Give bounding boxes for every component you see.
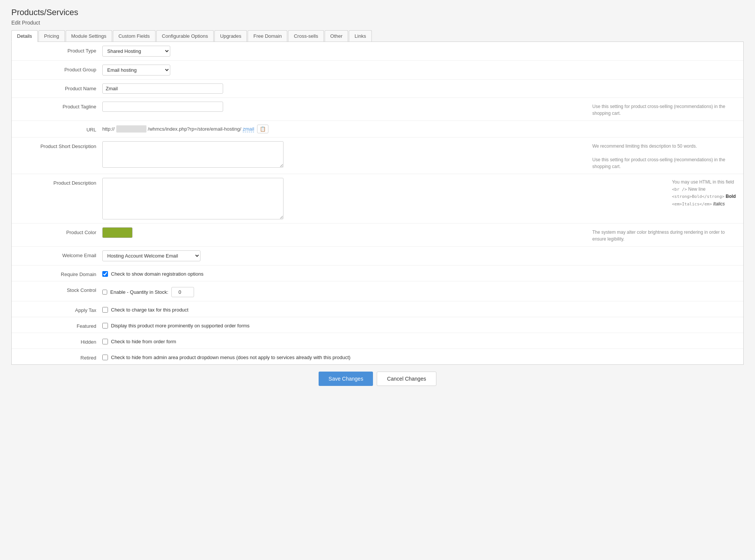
url-label: URL [19, 125, 102, 133]
stock-control-text: Enable - Quantity in Stock: [110, 289, 168, 295]
apply-tax-text: Check to charge tax for this product [111, 307, 188, 313]
require-domain-checkbox-row: Check to show domain registration option… [102, 269, 203, 277]
welcome-email-control: Hosting Account Welcome Email None [102, 250, 736, 261]
short-desc-row: Product Short Description We recommend l… [12, 137, 743, 174]
product-type-label: Product Type [19, 46, 102, 54]
tab-custom-fields[interactable]: Custom Fields [113, 30, 156, 42]
tab-links[interactable]: Links [349, 30, 371, 42]
url-slug[interactable]: zmail [243, 126, 254, 132]
url-container: http:// /whmcs/index.php?rp=/store/email… [102, 125, 268, 133]
product-name-label: Product Name [19, 83, 102, 91]
welcome-email-label: Welcome Email [19, 250, 102, 258]
bottom-bar: Save Changes Cancel Changes [11, 365, 744, 393]
retired-row: Retired Check to hide from admin area pr… [12, 349, 743, 364]
desc-hint-line1: You may use HTML in this field [672, 179, 734, 185]
product-name-control [102, 83, 736, 94]
retired-checkbox[interactable] [102, 355, 108, 360]
tagline-hint: Use this setting for product cross-selli… [592, 102, 736, 117]
tab-free-domain[interactable]: Free Domain [248, 30, 287, 42]
require-domain-row: Require Domain Check to show domain regi… [12, 265, 743, 281]
hidden-checkbox-row: Check to hide from order form [102, 337, 176, 344]
tab-cross-sells[interactable]: Cross-sells [288, 30, 324, 42]
featured-checkbox-row: Display this product more prominently on… [102, 321, 250, 329]
tab-other[interactable]: Other [325, 30, 348, 42]
product-desc-textarea[interactable] [102, 178, 284, 219]
product-group-label: Product Group [19, 65, 102, 73]
url-static: http:// [102, 126, 115, 132]
desc-hint-br: <br /> [672, 187, 687, 192]
tab-pricing[interactable]: Pricing [39, 30, 65, 42]
product-type-row: Product Type Shared Hosting Reseller Hos… [12, 42, 743, 61]
url-copy-button[interactable]: 📋 [257, 125, 268, 133]
page-subtitle: Edit Product [11, 20, 744, 26]
tab-upgrades[interactable]: Upgrades [214, 30, 247, 42]
product-desc-label: Product Description [19, 178, 102, 186]
product-color-hint: The system may alter color brightness du… [592, 227, 736, 242]
details-panel: Product Type Shared Hosting Reseller Hos… [11, 42, 744, 365]
short-desc-hint2: Use this setting for product cross-selli… [592, 157, 725, 169]
product-color-row: Product Color The system may alter color… [12, 224, 743, 247]
product-group-control: Email hosting Web Hosting Reseller Hosti… [102, 65, 736, 76]
product-name-row: Product Name [12, 80, 743, 98]
short-desc-hint1: We recommend limiting this description t… [592, 143, 697, 149]
retired-control: Check to hide from admin area product dr… [102, 353, 736, 360]
product-tagline-control [102, 102, 585, 112]
tab-module-settings[interactable]: Module Settings [66, 30, 112, 42]
featured-control: Display this product more prominently on… [102, 321, 736, 329]
stock-control-control: Enable - Quantity in Stock: [102, 285, 736, 297]
hidden-checkbox[interactable] [102, 339, 108, 344]
product-type-control: Shared Hosting Reseller Hosting VPS Dedi… [102, 46, 736, 57]
stock-control-label: Stock Control [19, 285, 102, 293]
require-domain-checkbox[interactable] [102, 271, 108, 277]
featured-label: Featured [19, 321, 102, 329]
require-domain-label: Require Domain [19, 269, 102, 277]
product-name-input[interactable] [102, 83, 223, 94]
url-control: http:// /whmcs/index.php?rp=/store/email… [102, 125, 736, 133]
require-domain-text: Check to show domain registration option… [111, 271, 203, 277]
product-type-select[interactable]: Shared Hosting Reseller Hosting VPS Dedi… [102, 46, 170, 57]
url-row: URL http:// /whmcs/index.php?rp=/store/e… [12, 121, 743, 137]
short-desc-textarea[interactable] [102, 141, 284, 168]
product-tagline-input[interactable] [102, 102, 223, 112]
product-color-control [102, 227, 585, 238]
product-group-select[interactable]: Email hosting Web Hosting Reseller Hosti… [102, 65, 170, 76]
desc-hint-em: <em>Italics</em> [672, 202, 712, 207]
stock-control-row: Stock Control Enable - Quantity in Stock… [12, 281, 743, 301]
color-swatch[interactable] [102, 227, 133, 238]
apply-tax-row: Apply Tax Check to charge tax for this p… [12, 301, 743, 317]
cancel-button[interactable]: Cancel Changes [377, 372, 436, 386]
product-desc-row: Product Description You may use HTML in … [12, 174, 743, 224]
short-desc-label: Product Short Description [19, 141, 102, 149]
short-desc-control [102, 141, 585, 168]
apply-tax-control: Check to charge tax for this product [102, 305, 736, 313]
desc-hint-italics: Italics [713, 201, 725, 207]
stock-control-checkbox[interactable] [102, 290, 107, 295]
apply-tax-checkbox-row: Check to charge tax for this product [102, 305, 188, 313]
welcome-email-select[interactable]: Hosting Account Welcome Email None [102, 250, 200, 261]
desc-hint-strong: <strong>Bold</strong> [672, 194, 724, 199]
hidden-control: Check to hide from order form [102, 337, 736, 344]
featured-row: Featured Display this product more promi… [12, 317, 743, 333]
save-button[interactable]: Save Changes [319, 372, 373, 386]
stock-control-container: Enable - Quantity in Stock: [102, 285, 194, 297]
tab-details[interactable]: Details [11, 30, 38, 42]
short-desc-hint: We recommend limiting this description t… [592, 141, 736, 170]
hidden-label: Hidden [19, 337, 102, 345]
featured-text: Display this product more prominently on… [111, 323, 250, 329]
retired-label: Retired [19, 353, 102, 361]
product-desc-hint: You may use HTML in this field <br /> Ne… [672, 178, 736, 208]
require-domain-control: Check to show domain registration option… [102, 269, 736, 277]
product-group-row: Product Group Email hosting Web Hosting … [12, 61, 743, 80]
desc-hint-bold: Bold [726, 194, 736, 199]
product-color-label: Product Color [19, 227, 102, 235]
stock-quantity-input[interactable] [171, 287, 194, 297]
apply-tax-checkbox[interactable] [102, 307, 108, 313]
url-path: /whmcs/index.php?rp=/store/email-hosting… [148, 126, 241, 132]
welcome-email-row: Welcome Email Hosting Account Welcome Em… [12, 247, 743, 265]
featured-checkbox[interactable] [102, 323, 108, 329]
product-tagline-row: Product Tagline Use this setting for pro… [12, 98, 743, 121]
retired-checkbox-row: Check to hide from admin area product dr… [102, 353, 350, 360]
tab-configurable-options[interactable]: Configurable Options [156, 30, 214, 42]
hidden-row: Hidden Check to hide from order form [12, 333, 743, 349]
product-desc-control [102, 178, 664, 219]
